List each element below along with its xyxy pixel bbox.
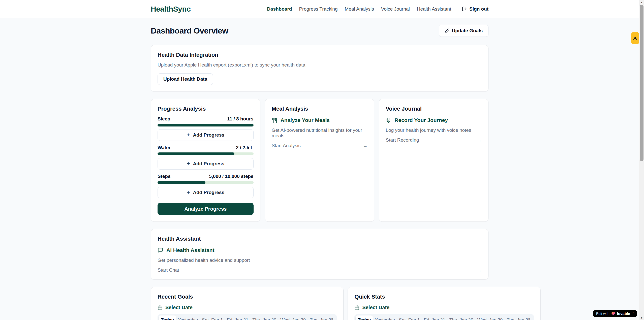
recent-goals-title: Recent Goals — [158, 294, 337, 300]
recent-goals-date-tabs: TodayYesterdaySat, Feb 1Fri, Jan 31Thu, … — [158, 314, 337, 320]
sign-out-button[interactable]: Sign out — [462, 6, 488, 12]
goal-progress-bar — [158, 181, 254, 184]
goal-block: Sleep 11 / 8 hours + Add Progress — [158, 116, 254, 141]
date-tab-yesterday[interactable]: Yesterday — [176, 315, 200, 320]
page-title: Dashboard Overview — [151, 26, 228, 36]
goal-label: Steps — [158, 174, 171, 179]
voice-journal-title: Voice Journal — [386, 106, 482, 112]
microphone-icon — [386, 117, 391, 123]
health-data-integration-card: Health Data Integration Upload your Appl… — [151, 45, 488, 92]
goal-block: Water 2 / 2.5 L + Add Progress — [158, 145, 254, 170]
goals-list: Sleep 11 / 8 hours + Add Progress Water … — [158, 116, 254, 198]
recent-goals-card: Recent Goals Select Date TodayYesterdayS… — [151, 287, 344, 320]
quick-stats-card: Quick Stats Select Date TodayYesterdaySa… — [348, 287, 540, 320]
add-progress-button[interactable]: + Add Progress — [158, 187, 254, 198]
recent-goals-select-date[interactable]: Select Date — [158, 305, 337, 310]
main-nav: DashboardProgress TrackingMeal AnalysisV… — [267, 6, 488, 12]
sign-out-label: Sign out — [469, 6, 488, 12]
calendar-icon — [158, 305, 163, 310]
nav-link-health-assistant[interactable]: Health Assistant — [417, 6, 451, 12]
date-tab-tue-jan-28[interactable]: Tue, Jan 28 — [308, 315, 335, 320]
goal-label: Water — [158, 145, 171, 150]
health-assistant-card: Health Assistant AI Health Assistant Get… — [151, 229, 488, 280]
goal-value: 2 / 2.5 L — [236, 145, 254, 150]
nav-link-dashboard[interactable]: Dashboard — [267, 6, 292, 12]
close-icon[interactable]: × — [632, 311, 634, 314]
arrow-right-icon: → — [363, 143, 367, 148]
extension-logo-icon — [633, 36, 638, 41]
app-viewport: HealthSync DashboardProgress TrackingMea… — [0, 0, 639, 320]
date-tab-today[interactable]: Today — [356, 315, 373, 320]
start-analysis-row[interactable]: Start Analysis → — [272, 143, 368, 148]
date-tab-sat-feb-1[interactable]: Sat, Feb 1 — [397, 315, 422, 320]
goal-progress-bar — [158, 124, 254, 126]
scrollbar-thumb[interactable] — [640, 5, 643, 161]
quick-stats-title: Quick Stats — [354, 294, 534, 300]
start-recording-row[interactable]: Start Recording → — [386, 137, 482, 143]
date-tab-tue-jan-28[interactable]: Tue, Jan 28 — [505, 315, 532, 320]
plus-icon: + — [187, 161, 190, 167]
analyze-your-meals-link[interactable]: Analyze Your Meals — [272, 117, 368, 123]
app-logo[interactable]: HealthSync — [151, 5, 191, 13]
goal-value: 11 / 8 hours — [227, 116, 254, 122]
analyze-your-meals-label: Analyze Your Meals — [281, 117, 330, 123]
badge-prefix: Edit with — [596, 312, 609, 316]
goal-value: 5,000 / 10,000 steps — [209, 174, 253, 179]
date-tab-thu-jan-30[interactable]: Thu, Jan 30 — [447, 315, 475, 320]
scrollbar-up-icon[interactable]: ▲ — [639, 0, 644, 5]
utensils-icon — [272, 117, 277, 123]
goal-progress-fill — [158, 152, 234, 155]
date-tab-wed-jan-29[interactable]: Wed, Jan 29 — [278, 315, 308, 320]
top-navbar: HealthSync DashboardProgress TrackingMea… — [0, 0, 639, 18]
extension-side-button[interactable] — [631, 32, 639, 44]
logout-icon — [462, 6, 467, 12]
quick-stats-date-tabs: TodayYesterdaySat, Feb 1Fri, Jan 31Thu, … — [354, 314, 534, 320]
nav-link-voice-journal[interactable]: Voice Journal — [381, 6, 410, 12]
date-tab-yesterday[interactable]: Yesterday — [373, 315, 397, 320]
arrow-right-icon: → — [477, 268, 482, 273]
start-recording-label: Start Recording — [386, 137, 419, 143]
scrollbar[interactable]: ▲ ▼ — [639, 0, 644, 320]
meal-analysis-title: Meal Analysis — [272, 106, 368, 112]
update-goals-label: Update Goals — [452, 28, 483, 34]
add-progress-button[interactable]: + Add Progress — [158, 129, 254, 141]
date-tab-thu-jan-30[interactable]: Thu, Jan 30 — [250, 315, 278, 320]
integration-title: Health Data Integration — [158, 52, 482, 58]
date-tab-fri-jan-31[interactable]: Fri, Jan 31 — [422, 315, 447, 320]
calendar-icon — [354, 305, 359, 310]
ai-health-assistant-link[interactable]: AI Health Assistant — [158, 247, 482, 253]
ai-health-assistant-label: AI Health Assistant — [166, 247, 214, 253]
nav-link-meal-analysis[interactable]: Meal Analysis — [345, 6, 374, 12]
date-tab-sat-feb-1[interactable]: Sat, Feb 1 — [200, 315, 225, 320]
health-assistant-title: Health Assistant — [158, 236, 482, 242]
select-date-label: Select Date — [362, 305, 389, 310]
goal-label: Sleep — [158, 116, 170, 122]
add-progress-button[interactable]: + Add Progress — [158, 158, 254, 170]
start-chat-row[interactable]: Start Chat → — [158, 267, 482, 273]
record-your-journey-link[interactable]: Record Your Journey — [386, 117, 482, 123]
update-goals-button[interactable]: Update Goals — [439, 25, 488, 37]
start-chat-label: Start Chat — [158, 267, 179, 273]
date-tab-today[interactable]: Today — [159, 315, 176, 320]
chat-bubble-icon — [158, 247, 163, 253]
date-tab-fri-jan-31[interactable]: Fri, Jan 31 — [225, 315, 250, 320]
badge-brand: lovable — [617, 311, 630, 316]
plus-icon: + — [187, 132, 190, 138]
quick-stats-select-date[interactable]: Select Date — [354, 305, 534, 310]
upload-health-data-button[interactable]: Upload Health Data — [158, 73, 213, 85]
plus-icon: + — [187, 190, 190, 195]
progress-analysis-card: Progress Analysis Sleep 11 / 8 hours + A… — [151, 99, 260, 222]
edit-with-lovable-badge[interactable]: Edit with lovable × — [593, 310, 637, 317]
select-date-label: Select Date — [165, 305, 193, 310]
goal-progress-fill — [158, 124, 254, 126]
analyze-progress-button[interactable]: Analyze Progress — [158, 203, 254, 215]
voice-journal-card: Voice Journal Record Your Journey Log yo… — [379, 99, 488, 222]
pencil-icon — [445, 28, 449, 33]
nav-link-progress-tracking[interactable]: Progress Tracking — [299, 6, 338, 12]
record-your-journey-label: Record Your Journey — [394, 117, 448, 123]
add-progress-label: Add Progress — [193, 190, 224, 195]
goal-progress-fill — [158, 181, 205, 184]
meal-analysis-card: Meal Analysis Analyze Your Meals Get AI-… — [265, 99, 375, 222]
scrollbar-down-icon[interactable]: ▼ — [639, 315, 644, 320]
date-tab-wed-jan-29[interactable]: Wed, Jan 29 — [475, 315, 505, 320]
